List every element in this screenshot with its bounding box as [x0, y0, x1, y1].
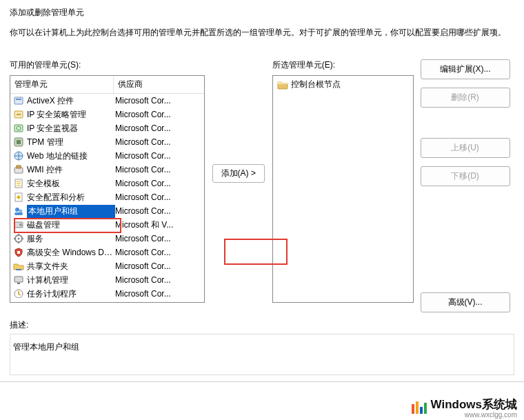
- list-item[interactable]: 安全配置和分析Microsoft Cor...: [10, 190, 204, 204]
- svg-rect-9: [17, 166, 21, 168]
- remove-button[interactable]: 删除(R): [421, 88, 510, 108]
- snapin-name: TPM 管理: [27, 137, 115, 148]
- list-item[interactable]: 计算机管理Microsoft Cor...: [10, 273, 204, 287]
- list-item[interactable]: 安全模板Microsoft Cor...: [10, 177, 204, 190]
- ipsecmon-icon: [13, 123, 24, 134]
- folder-icon: [277, 79, 288, 90]
- svg-point-18: [18, 238, 20, 240]
- compmgmt-icon: [13, 274, 24, 286]
- console-root-label: 控制台根节点: [291, 79, 341, 90]
- list-item[interactable]: Web 地址的链接Microsoft Cor...: [10, 149, 204, 163]
- list-item[interactable]: TPM 管理Microsoft Cor...: [10, 135, 204, 149]
- svg-point-12: [15, 208, 19, 212]
- snapin-vendor: Microsoft Cor...: [115, 123, 201, 133]
- svg-point-16: [19, 223, 22, 226]
- snapin-vendor: Microsoft Cor...: [115, 151, 201, 161]
- snapin-vendor: Microsoft Cor...: [115, 137, 201, 147]
- selected-tree[interactable]: 控制台根节点: [272, 75, 414, 303]
- snapin-name: 计算机管理: [27, 274, 115, 286]
- watermark-url: www.wxclgg.com: [431, 411, 517, 419]
- snapin-vendor: Microsoft Cor...: [115, 248, 201, 257]
- list-item[interactable]: IP 安全监视器Microsoft Cor...: [10, 121, 204, 135]
- dialog-title: 添加或删除管理单元: [10, 7, 514, 19]
- dialog-window: 添加或删除管理单元 你可以在计算机上为此控制台选择可用的管理单元并配置所选的一组…: [0, 0, 524, 420]
- snapin-name: 任务计划程序: [27, 288, 115, 299]
- sectpl-icon: [13, 178, 24, 189]
- tasksched-icon: [13, 288, 24, 298]
- snapin-vendor: Microsoft Cor...: [115, 261, 201, 271]
- description-section: 描述: 管理本地用户和组: [10, 319, 514, 375]
- svg-rect-20: [14, 277, 23, 282]
- svg-point-13: [19, 210, 23, 213]
- svg-rect-14: [14, 212, 23, 215]
- footer-bar: Windows系统城 www.wxclgg.com: [0, 381, 524, 420]
- add-button[interactable]: 添加(A) >: [212, 164, 265, 183]
- list-item[interactable]: 任务计划程序Microsoft Cor...: [10, 287, 204, 298]
- snapin-vendor: Microsoft 和 V...: [115, 219, 201, 231]
- snapin-name: 服务: [27, 233, 115, 245]
- list-header: 管理单元 供应商: [10, 76, 204, 94]
- available-list[interactable]: 管理单元 供应商 ActiveX 控件Microsoft Cor...IP 安全…: [10, 75, 205, 303]
- snapin-name: 磁盘管理: [27, 219, 115, 231]
- snapin-name: 共享文件夹: [27, 261, 115, 272]
- snapin-name: WMI 控件: [27, 164, 115, 176]
- dialog-description: 你可以在计算机上为此控制台选择可用的管理单元并配置所选的一组管理单元。对于可扩展…: [10, 27, 514, 39]
- middle-pane: 添加(A) >: [212, 59, 265, 287]
- console-root-node[interactable]: 控制台根节点: [277, 79, 409, 90]
- available-pane: 可用的管理单元(S): 管理单元 供应商 ActiveX 控件Microsoft…: [10, 59, 205, 303]
- firewall-icon: [13, 247, 24, 258]
- snapin-vendor: Microsoft Cor...: [115, 275, 201, 285]
- snapin-name: ActiveX 控件: [27, 95, 115, 107]
- disk-icon: [13, 219, 24, 230]
- button-column: 编辑扩展(X)... 删除(R) 上移(U) 下移(D) 高级(V)...: [421, 59, 515, 312]
- lusrmgr-icon: [13, 206, 24, 217]
- snapin-vendor: Microsoft Cor...: [115, 234, 201, 243]
- list-item[interactable]: 高级安全 Windows De...Microsoft Cor...: [10, 246, 204, 259]
- snapin-vendor: Microsoft Cor...: [115, 289, 201, 298]
- snapin-vendor: Microsoft Cor...: [115, 179, 201, 188]
- svg-rect-21: [17, 283, 20, 284]
- move-up-button[interactable]: 上移(U): [421, 138, 510, 158]
- col-snapin[interactable]: 管理单元: [10, 76, 114, 93]
- selected-pane: 所选管理单元(E): 控制台根节点: [272, 59, 414, 303]
- svg-rect-19: [17, 251, 20, 254]
- advanced-button[interactable]: 高级(V)...: [421, 292, 510, 312]
- snapin-name: IP 安全策略管理: [27, 109, 115, 121]
- snapin-name: IP 安全监视器: [27, 123, 115, 134]
- available-label: 可用的管理单元(S):: [10, 59, 205, 71]
- list-item[interactable]: 服务Microsoft Cor...: [10, 232, 204, 246]
- svg-rect-0: [14, 97, 23, 104]
- wmi-icon: [13, 164, 24, 175]
- snapin-vendor: Microsoft Cor...: [115, 165, 201, 174]
- snapin-name: 安全模板: [27, 178, 115, 190]
- move-down-button[interactable]: 下移(D): [421, 166, 510, 186]
- snapin-vendor: Microsoft Cor...: [115, 206, 201, 216]
- snapin-vendor: Microsoft Cor...: [115, 96, 201, 106]
- list-item[interactable]: 共享文件夹Microsoft Cor...: [10, 259, 204, 273]
- shared-icon: [13, 261, 24, 272]
- activex-icon: [13, 95, 24, 106]
- description-text: 管理本地用户和组: [13, 342, 79, 352]
- snapin-name: 安全配置和分析: [27, 192, 115, 203]
- selected-label: 所选管理单元(E):: [272, 59, 414, 71]
- services-icon: [13, 233, 24, 244]
- list-item[interactable]: 磁盘管理Microsoft 和 V...: [10, 218, 204, 232]
- watermark-text: Windows系统城: [431, 398, 517, 411]
- snapin-name: 本地用户和组: [27, 205, 115, 218]
- description-box: 管理本地用户和组: [10, 334, 514, 375]
- snapin-vendor: Microsoft Cor...: [115, 110, 201, 119]
- edit-extensions-button[interactable]: 编辑扩展(X)...: [421, 59, 510, 79]
- description-label: 描述:: [10, 319, 514, 331]
- watermark-logo-icon: [412, 401, 427, 414]
- snapin-name: Web 地址的链接: [27, 150, 115, 162]
- watermark: Windows系统城 www.wxclgg.com: [412, 397, 517, 419]
- tpm-icon: [13, 137, 24, 148]
- svg-rect-1: [16, 99, 21, 100]
- col-vendor[interactable]: 供应商: [114, 76, 204, 93]
- list-item[interactable]: IP 安全策略管理Microsoft Cor...: [10, 108, 204, 121]
- list-item[interactable]: WMI 控件Microsoft Cor...: [10, 163, 204, 177]
- list-item[interactable]: 本地用户和组Microsoft Cor...: [10, 204, 204, 218]
- main-area: 可用的管理单元(S): 管理单元 供应商 ActiveX 控件Microsoft…: [10, 59, 514, 312]
- list-item[interactable]: ActiveX 控件Microsoft Cor...: [10, 94, 204, 108]
- svg-rect-6: [17, 140, 21, 144]
